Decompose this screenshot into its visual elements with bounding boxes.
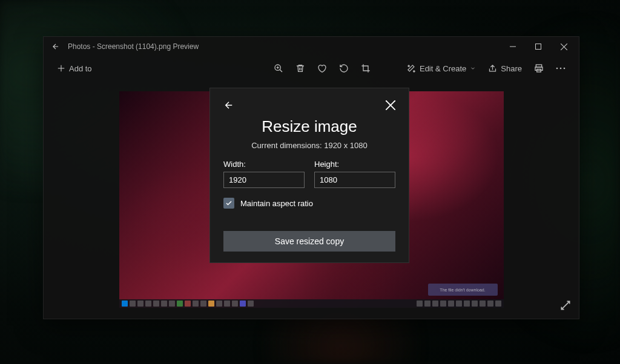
dialog-close-button[interactable] [386, 100, 395, 110]
close-button[interactable] [551, 37, 576, 56]
window-title: Photos - Screenshot (1104).png Preview [65, 42, 500, 51]
notification-toast: The file didn't download. [428, 284, 498, 296]
dialog-title: Resize image [223, 117, 395, 136]
back-button[interactable] [46, 37, 65, 56]
plus-icon [57, 64, 65, 73]
maximize-button[interactable] [526, 37, 551, 56]
photos-app-window: Photos - Screenshot (1104).png Preview A… [43, 36, 579, 319]
magic-icon [407, 64, 416, 73]
addto-button[interactable]: Add to [51, 60, 98, 77]
trash-icon [295, 63, 305, 73]
more-icon [556, 67, 566, 70]
dialog-back-button[interactable] [223, 100, 234, 111]
editcreate-button[interactable]: Edit & Create [401, 60, 482, 77]
svg-point-14 [560, 68, 562, 70]
print-icon [534, 63, 544, 73]
chevron-down-icon [470, 65, 476, 71]
crop-icon [361, 63, 371, 73]
expand-icon [559, 299, 572, 311]
back-arrow-icon [223, 100, 234, 111]
back-arrow-icon [51, 42, 60, 51]
svg-point-15 [564, 68, 566, 70]
zoom-icon [274, 63, 283, 73]
titlebar: Photos - Screenshot (1104).png Preview [44, 37, 579, 56]
aspect-ratio-label: Maintain aspect ratio [240, 199, 313, 208]
save-resized-button[interactable]: Save resized copy [223, 231, 395, 252]
minimize-icon [510, 44, 516, 50]
share-button[interactable]: Share [482, 60, 528, 77]
share-icon [488, 64, 497, 73]
zoom-button[interactable] [268, 57, 289, 79]
print-button[interactable] [528, 57, 550, 79]
resize-dialog: Resize image Current dimensions: 1920 x … [209, 88, 409, 263]
svg-rect-1 [536, 44, 541, 50]
fullscreen-button[interactable] [559, 299, 572, 311]
check-icon [225, 200, 232, 207]
rotate-button[interactable] [333, 57, 355, 79]
maximize-icon [535, 44, 541, 50]
height-input[interactable] [314, 172, 395, 188]
width-label: Width: [223, 160, 305, 169]
svg-line-7 [280, 70, 282, 72]
heart-icon [317, 63, 327, 73]
favorite-button[interactable] [311, 57, 333, 79]
notification-text: The file didn't download. [440, 288, 485, 292]
minimize-button[interactable] [500, 37, 526, 56]
toolbar: Add to Edit & Create Share [44, 56, 579, 80]
more-button[interactable] [550, 57, 572, 79]
content-area: The file didn't download. [44, 80, 579, 319]
height-label: Height: [314, 160, 395, 169]
addto-label: Add to [69, 64, 92, 73]
width-input[interactable] [223, 172, 305, 188]
rotate-icon [339, 63, 349, 73]
aspect-ratio-checkbox[interactable] [223, 198, 234, 209]
svg-point-13 [556, 68, 558, 70]
close-icon [561, 44, 567, 50]
close-icon [386, 100, 395, 110]
share-label: Share [501, 64, 522, 73]
dialog-subtitle: Current dimensions: 1920 x 1080 [223, 141, 395, 150]
delete-button[interactable] [289, 57, 311, 79]
editcreate-label: Edit & Create [420, 64, 466, 73]
crop-button[interactable] [355, 57, 377, 79]
screenshot-taskbar [119, 299, 504, 308]
